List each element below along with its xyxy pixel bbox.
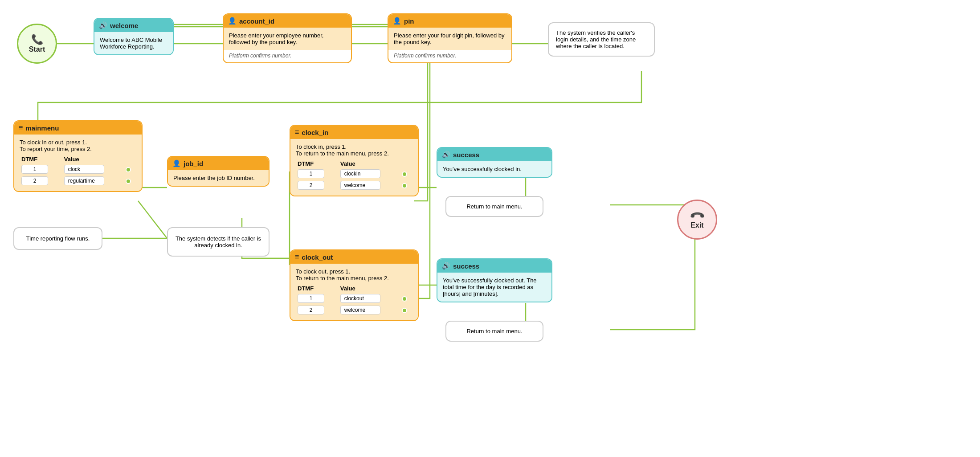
menu-icon-3: ≡ [295,253,299,261]
success-out-header: 🔊 success [437,259,551,273]
svg-line-5 [138,201,167,238]
account-id-footer: Platform confirms number. [224,50,351,62]
table-row: 1 clockout [296,293,412,304]
table-row: 1 clockin [296,168,412,180]
account-id-body: Please enter your employee number, follo… [224,28,351,50]
start-node: 📞 Start [17,24,57,64]
job-id-note: The system detects if the caller is alre… [167,227,270,257]
welcome-node: 🔊 welcome Welcome to ABC Mobile Workforc… [94,18,174,55]
job-id-node: 👤 job_id Please enter the job ID number. [167,156,270,187]
return-main-2: Return to main menu. [445,321,543,342]
job-id-body: Please enter the job ID number. [168,170,269,186]
welcome-body: Welcome to ABC Mobile Workforce Reportin… [94,32,173,54]
menu-icon-2: ≡ [295,128,299,136]
table-row: 2 welcome [296,180,412,191]
speaker-icon: 🔊 [99,21,107,29]
mainmenu-body: To clock in or out, press 1. To report y… [14,135,142,191]
speaker-icon-3: 🔊 [442,262,450,270]
pin-node: 👤 pin Please enter your four digit pin, … [388,13,512,63]
table-row: 1 clock [20,163,136,175]
welcome-header: 🔊 welcome [94,19,173,32]
success-in-body: You've successfully clocked in. [437,161,551,177]
return-main-1: Return to main menu. [445,196,543,217]
clock-out-body: To clock out, press 1. To return to the … [290,264,418,320]
clock-out-node: ≡ clock_out To clock out, press 1. To re… [290,249,419,321]
mainmenu-header: ≡ mainmenu [14,121,142,135]
clock-in-body: To clock in, press 1. To return to the m… [290,139,418,196]
pin-body: Please enter your four digit pin, follow… [388,28,511,50]
clock-in-node: ≡ clock_in To clock in, press 1. To retu… [290,125,419,196]
success-out-node: 🔊 success You've successfully clocked ou… [437,258,552,302]
account-id-node: 👤 account_id Please enter your employee … [223,13,352,63]
mainmenu-dtmf-table: DTMF Value 1 clock 2 regulartime [20,155,136,187]
clock-out-dtmf-table: DTMF Value 1 clockout 2 welcome [296,284,412,316]
mainmenu-node: ≡ mainmenu To clock in or out, press 1. … [13,120,143,192]
pin-footer: Platform confirms number. [388,50,511,62]
clock-out-header: ≡ clock_out [290,250,418,264]
table-row: 2 welcome [296,304,412,316]
person-icon-2: 👤 [393,17,401,25]
time-reporting-note: Time reporting flow runs. [13,227,102,250]
table-row: 2 regulartime [20,175,136,187]
job-id-header: 👤 job_id [168,157,269,170]
person-icon-3: 👤 [172,159,181,167]
person-icon: 👤 [228,17,237,25]
account-id-header: 👤 account_id [224,14,351,28]
success-out-body: You've successfully clocked out. The tot… [437,273,551,302]
success-in-header: 🔊 success [437,148,551,161]
menu-icon: ≡ [19,124,23,132]
pin-header: 👤 pin [388,14,511,28]
clock-in-dtmf-table: DTMF Value 1 clockin 2 welcome [296,159,412,191]
speaker-icon-2: 🔊 [442,151,450,159]
success-in-node: 🔊 success You've successfully clocked in… [437,147,552,178]
verify-note: The system verifies the caller's login d… [548,22,655,57]
exit-node: 📞 Exit [677,200,717,240]
phone-icon: 📞 [31,34,43,45]
clock-in-header: ≡ clock_in [290,126,418,139]
start-label: Start [29,45,45,53]
